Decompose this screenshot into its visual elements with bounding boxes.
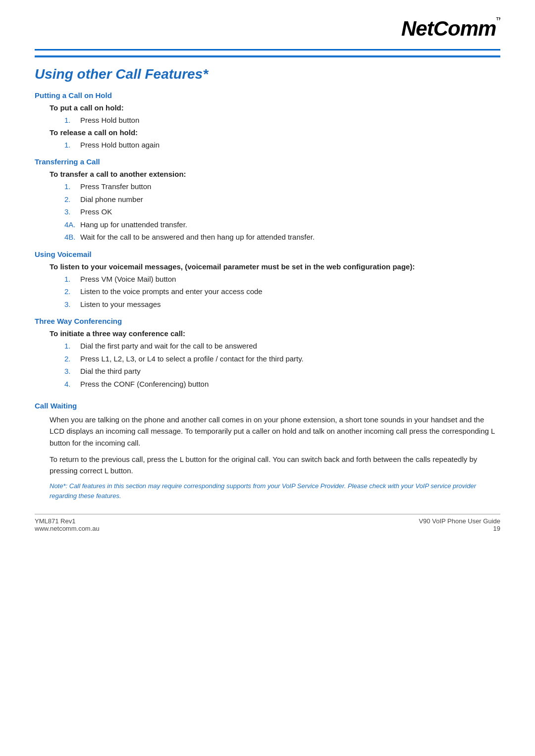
list-text: Listen to your messages bbox=[80, 299, 161, 310]
subsection-header-put-on-hold: To put a call on hold: bbox=[50, 103, 500, 112]
section-header-using-voicemail: Using Voicemail bbox=[35, 250, 500, 258]
list-num: 4. bbox=[64, 379, 80, 390]
list-text: Press Transfer button bbox=[80, 181, 151, 193]
subsection-header-voicemail: To listen to your voicemail messages, (v… bbox=[50, 262, 500, 271]
num-list-put-on-hold: 1. Press Hold button bbox=[64, 115, 500, 126]
subsection-header-transfer: To transfer a call to another extension: bbox=[50, 170, 500, 178]
list-num: 4B. bbox=[64, 232, 80, 243]
num-list-conference: 1. Dial the first party and wait for the… bbox=[64, 341, 500, 390]
section-transferring-call: Transferring a Call To transfer a call t… bbox=[35, 157, 500, 243]
list-text: Listen to the voice prompts and enter yo… bbox=[80, 286, 263, 298]
list-num: 2. bbox=[64, 286, 80, 298]
subsection-header-conference: To initiate a three way conference call: bbox=[50, 329, 500, 338]
footer-guide-title: V90 VoIP Phone User Guide bbox=[419, 517, 500, 525]
svg-text:™: ™ bbox=[495, 16, 500, 24]
list-item: 4A. Hang up for unattended transfer. bbox=[64, 219, 500, 231]
list-item: 4. Press the CONF (Conferencing) button bbox=[64, 379, 500, 390]
list-num: 4A. bbox=[64, 219, 80, 231]
list-text: Press VM (Voice Mail) button bbox=[80, 274, 176, 285]
list-num: 3. bbox=[64, 299, 80, 310]
list-num: 2. bbox=[64, 353, 80, 365]
list-item: 2. Listen to the voice prompts and enter… bbox=[64, 286, 500, 298]
list-item: 3. Press OK bbox=[64, 206, 500, 218]
list-num: 3. bbox=[64, 366, 80, 377]
list-text: Dial the third party bbox=[80, 366, 141, 377]
list-text: Press Hold button bbox=[80, 115, 139, 126]
list-item: 1. Press Hold button again bbox=[64, 140, 500, 151]
list-text: Press OK bbox=[80, 206, 112, 218]
logo-svg: NetComm ™ bbox=[401, 15, 500, 41]
section-call-waiting: Call Waiting When you are talking on the… bbox=[35, 402, 500, 501]
logo: NetComm ™ bbox=[401, 15, 500, 45]
call-waiting-para-2: To return to the previous call, press th… bbox=[50, 454, 500, 477]
list-text: Press the CONF (Conferencing) button bbox=[80, 379, 209, 390]
list-num: 1. bbox=[64, 115, 80, 126]
header: NetComm ™ bbox=[35, 15, 500, 50]
logo-text: NetComm ™ bbox=[401, 24, 500, 45]
section-header-putting-call-on-hold: Putting a Call on Hold bbox=[35, 91, 500, 100]
list-num: 1. bbox=[64, 181, 80, 193]
footer: YML871 Rev1 www.netcomm.com.au V90 VoIP … bbox=[35, 514, 500, 532]
list-num: 2. bbox=[64, 194, 80, 205]
list-item: 1. Dial the first party and wait for the… bbox=[64, 341, 500, 352]
list-item: 3. Listen to your messages bbox=[64, 299, 500, 310]
list-num: 1. bbox=[64, 341, 80, 352]
list-text: Dial phone number bbox=[80, 194, 143, 205]
note-text: Note*: Call features in this section may… bbox=[50, 481, 500, 501]
footer-left: YML871 Rev1 www.netcomm.com.au bbox=[35, 517, 100, 532]
section-using-voicemail: Using Voicemail To listen to your voicem… bbox=[35, 250, 500, 310]
svg-text:NetComm: NetComm bbox=[401, 17, 496, 40]
section-header-transferring-call: Transferring a Call bbox=[35, 157, 500, 166]
footer-right: V90 VoIP Phone User Guide 19 bbox=[419, 517, 500, 532]
num-list-voicemail: 1. Press VM (Voice Mail) button 2. Liste… bbox=[64, 274, 500, 310]
section-header-three-way: Three Way Conferencing bbox=[35, 317, 500, 325]
section-three-way-conferencing: Three Way Conferencing To initiate a thr… bbox=[35, 317, 500, 390]
list-text: Hang up for unattended transfer. bbox=[80, 219, 187, 231]
subsection-header-release-on-hold: To release a call on hold: bbox=[50, 128, 500, 137]
page-title: Using other Call Features* bbox=[35, 66, 500, 82]
footer-page-number: 19 bbox=[419, 525, 500, 532]
page-wrapper: NetComm ™ Using other Call Features* Put… bbox=[0, 0, 535, 547]
blue-top-bar bbox=[35, 55, 500, 57]
call-waiting-para-1: When you are talking on the phone and an… bbox=[50, 414, 500, 449]
list-text: Press Hold button again bbox=[80, 140, 160, 151]
list-item: 3. Dial the third party bbox=[64, 366, 500, 377]
list-num: 1. bbox=[64, 274, 80, 285]
footer-website: www.netcomm.com.au bbox=[35, 525, 100, 532]
list-text: Wait for the call to be answered and the… bbox=[80, 232, 315, 243]
list-text: Press L1, L2, L3, or L4 to select a prof… bbox=[80, 353, 304, 365]
footer-doc-code: YML871 Rev1 bbox=[35, 517, 100, 525]
list-item: 2. Press L1, L2, L3, or L4 to select a p… bbox=[64, 353, 500, 365]
list-item: 1. Press VM (Voice Mail) button bbox=[64, 274, 500, 285]
list-text: Dial the first party and wait for the ca… bbox=[80, 341, 257, 352]
list-num: 3. bbox=[64, 206, 80, 218]
list-item: 1. Press Hold button bbox=[64, 115, 500, 126]
logo-container: NetComm ™ bbox=[35, 15, 500, 50]
num-list-release-on-hold: 1. Press Hold button again bbox=[64, 140, 500, 151]
section-header-call-waiting: Call Waiting bbox=[35, 402, 500, 410]
list-item: 1. Press Transfer button bbox=[64, 181, 500, 193]
list-item: 4B. Wait for the call to be answered and… bbox=[64, 232, 500, 243]
list-num: 1. bbox=[64, 140, 80, 151]
num-list-transfer: 1. Press Transfer button 2. Dial phone n… bbox=[64, 181, 500, 243]
list-item: 2. Dial phone number bbox=[64, 194, 500, 205]
section-putting-call-on-hold: Putting a Call on Hold To put a call on … bbox=[35, 91, 500, 151]
